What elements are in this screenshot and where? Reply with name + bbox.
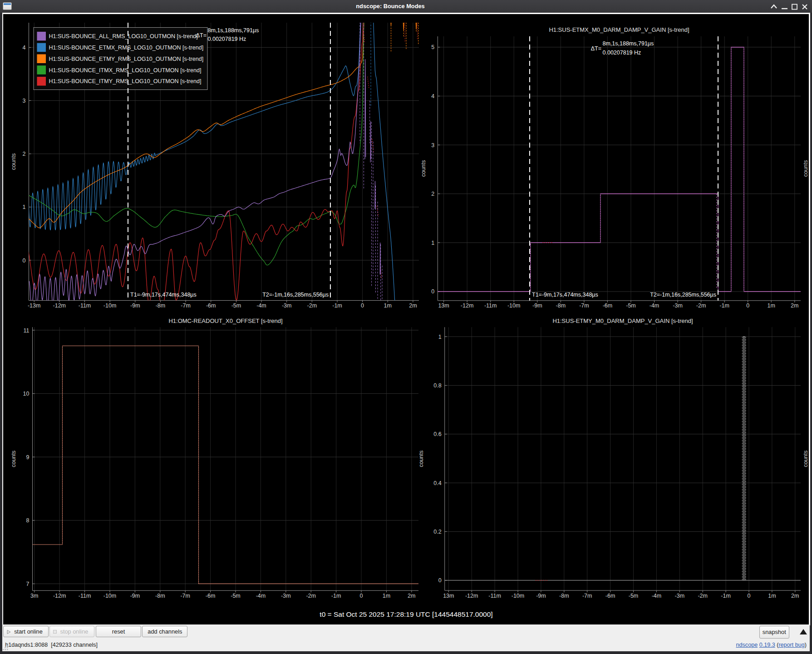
svg-text:-7m: -7m	[181, 302, 191, 309]
svg-text:-6m: -6m	[206, 593, 216, 599]
svg-text:1: 1	[23, 204, 26, 210]
svg-text:8: 8	[26, 517, 30, 524]
svg-text:-12m: -12m	[465, 593, 478, 599]
svg-text:2m: 2m	[791, 593, 799, 599]
svg-text:-12m: -12m	[53, 593, 66, 599]
svg-text:-13m: -13m	[28, 302, 40, 309]
svg-text:-11m: -11m	[488, 593, 501, 599]
svg-text:0: 0	[438, 577, 442, 584]
svg-text:-5m: -5m	[231, 593, 241, 599]
svg-text:11: 11	[24, 327, 30, 334]
svg-text:7: 7	[26, 581, 30, 587]
svg-text:-2m: -2m	[307, 302, 317, 309]
svg-text:H1:SUS-BOUNCE_ETMY_RMS_LOG10_O: H1:SUS-BOUNCE_ETMY_RMS_LOG10_OUTMON [s-t…	[49, 56, 204, 62]
svg-text:-9m: -9m	[130, 593, 140, 599]
svg-text:4: 4	[23, 45, 26, 51]
svg-text:1: 1	[438, 334, 442, 340]
svg-text:-7m: -7m	[180, 593, 190, 599]
svg-text:-12m: -12m	[53, 302, 66, 309]
svg-text:-10m: -10m	[507, 302, 520, 309]
svg-text:0: 0	[360, 593, 363, 599]
svg-text:3: 3	[23, 98, 26, 104]
svg-text:-9m: -9m	[130, 302, 140, 309]
svg-text:t0 = Sat Oct 25 2025 17:28:19: t0 = Sat Oct 25 2025 17:28:19 UTC [14454…	[320, 610, 492, 618]
svg-text:0: 0	[361, 302, 364, 309]
svg-text:ΔT=: ΔT=	[196, 32, 207, 39]
svg-text:H1:SUS-BOUNCE_ALL_RMS_LOG10_OU: H1:SUS-BOUNCE_ALL_RMS_LOG10_OUTMON [s-tr…	[49, 33, 198, 40]
svg-text:8m,1s,188ms,791µs: 8m,1s,188ms,791µs	[603, 40, 654, 47]
svg-text:counts: counts	[802, 160, 809, 177]
svg-text:counts: counts	[10, 451, 17, 467]
svg-text:-6m: -6m	[206, 302, 216, 309]
svg-text:2: 2	[431, 191, 434, 197]
svg-text:T2=-1m,16s,285ms,556µs: T2=-1m,16s,285ms,556µs	[650, 292, 716, 298]
svg-text:-2m: -2m	[696, 302, 706, 309]
svg-text:0: 0	[431, 288, 434, 295]
svg-text:H1:SUS-ETMX_M0_DARM_DAMP_V_GAI: H1:SUS-ETMX_M0_DARM_DAMP_V_GAIN [s-trend…	[549, 26, 689, 33]
svg-text:-5m: -5m	[626, 302, 636, 309]
svg-text:-10m: -10m	[512, 593, 524, 599]
svg-text:ΔT=: ΔT=	[591, 45, 601, 52]
svg-text:-10m: -10m	[103, 302, 116, 309]
svg-text:2m: 2m	[409, 302, 417, 309]
svg-text:0.8: 0.8	[433, 382, 441, 389]
svg-text:-10m: -10m	[103, 593, 116, 599]
svg-text:2: 2	[23, 151, 26, 157]
svg-text:-3m: -3m	[282, 302, 292, 309]
svg-text:-4m: -4m	[650, 302, 659, 309]
svg-text:-1m: -1m	[719, 302, 729, 309]
svg-text:1m: 1m	[768, 593, 776, 599]
svg-text:-3m: -3m	[673, 302, 683, 309]
svg-text:-9m: -9m	[532, 302, 542, 309]
svg-text:H1:SUS-ETMY_M0_DARM_DAMP_V_GAI: H1:SUS-ETMY_M0_DARM_DAMP_V_GAIN [s-trend…	[552, 317, 693, 324]
svg-text:5: 5	[431, 44, 434, 50]
svg-text:4: 4	[431, 93, 434, 99]
svg-text:-8m: -8m	[156, 302, 166, 309]
svg-text:-9m: -9m	[536, 593, 546, 599]
svg-text:H1:SUS-BOUNCE_ITMY_RMS_LOG10_O: H1:SUS-BOUNCE_ITMY_RMS_LOG10_OUTMON [s-t…	[49, 78, 202, 84]
svg-text:-11m: -11m	[79, 593, 91, 599]
svg-text:H1:OMC-READOUT_X0_OFFSET [s-tr: H1:OMC-READOUT_X0_OFFSET [s-trend]	[168, 317, 282, 324]
svg-text:-4m: -4m	[256, 302, 266, 309]
svg-text:counts: counts	[10, 153, 17, 170]
svg-text:-5m: -5m	[629, 593, 639, 599]
svg-text:0.2: 0.2	[433, 529, 441, 535]
svg-text:10: 10	[23, 391, 30, 397]
svg-text:counts: counts	[420, 160, 427, 177]
svg-text:13m: 13m	[438, 302, 449, 309]
svg-text:-11m: -11m	[79, 302, 91, 309]
svg-text:2m: 2m	[408, 593, 415, 599]
svg-text:H1:SUS-BOUNCE_ITMX_RMS_LOG10_O: H1:SUS-BOUNCE_ITMX_RMS_LOG10_OUTMON [s-t…	[49, 67, 202, 74]
svg-text:-6m: -6m	[603, 302, 613, 309]
svg-text:-7m: -7m	[579, 302, 589, 309]
svg-text:0.00207819 Hz: 0.00207819 Hz	[603, 50, 641, 56]
svg-text:3m: 3m	[30, 593, 38, 599]
svg-text:-5m: -5m	[231, 302, 241, 309]
svg-text:-1m: -1m	[721, 593, 731, 599]
svg-text:T1=-9m,17s,474ms,348µs: T1=-9m,17s,474ms,348µs	[130, 292, 197, 298]
svg-text:-2m: -2m	[306, 593, 316, 599]
svg-text:13m: 13m	[443, 593, 454, 599]
svg-text:3: 3	[431, 142, 434, 149]
svg-text:1: 1	[431, 240, 434, 246]
svg-text:-8m: -8m	[559, 593, 569, 599]
svg-text:0.4: 0.4	[433, 480, 441, 486]
svg-text:-8m: -8m	[556, 302, 566, 309]
svg-text:T1=-9m,17s,474ms,348µs: T1=-9m,17s,474ms,348µs	[532, 292, 598, 298]
svg-text:-6m: -6m	[605, 593, 615, 599]
svg-text:-4m: -4m	[652, 593, 662, 599]
svg-text:8m,1s,188ms,791µs: 8m,1s,188ms,791µs	[208, 27, 259, 34]
svg-text:counts: counts	[802, 451, 809, 467]
svg-text:1m: 1m	[384, 302, 392, 309]
svg-text:-11m: -11m	[484, 302, 497, 309]
svg-text:0.6: 0.6	[433, 431, 441, 437]
svg-text:0: 0	[748, 593, 751, 599]
svg-text:-1m: -1m	[332, 302, 342, 309]
svg-text:-7m: -7m	[582, 593, 592, 599]
svg-text:0: 0	[23, 258, 26, 264]
svg-text:-12m: -12m	[461, 302, 473, 309]
svg-text:1m: 1m	[383, 593, 390, 599]
svg-text:-2m: -2m	[698, 593, 708, 599]
svg-text:0: 0	[746, 302, 749, 309]
svg-text:0.00207819 Hz: 0.00207819 Hz	[208, 36, 246, 42]
